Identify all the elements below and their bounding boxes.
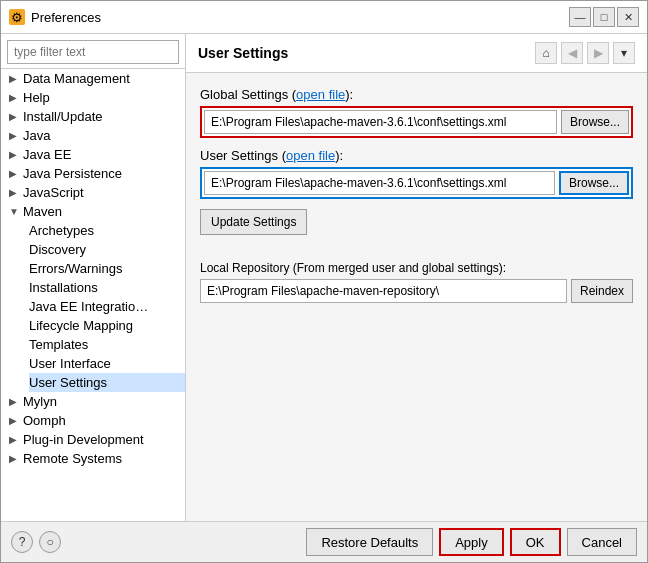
sidebar-item-plug-in-development[interactable]: ▶ Plug-in Development [1, 430, 185, 449]
user-settings-label-text: User Settings ( [200, 148, 286, 163]
update-settings-wrap: Update Settings [200, 209, 633, 235]
sidebar-item-label: Maven [23, 204, 181, 219]
sidebar-item-label: Templates [29, 337, 88, 352]
preferences-dialog: ⚙ Preferences — □ ✕ ▶ Data Management [0, 0, 648, 563]
maximize-button[interactable]: □ [593, 7, 615, 27]
sidebar-item-label: Java EE [23, 147, 181, 162]
local-repo-path-input[interactable] [200, 279, 567, 303]
sidebar-item-label: Discovery [29, 242, 86, 257]
sidebar-item-java[interactable]: ▶ Java [1, 126, 185, 145]
sidebar-item-label: Java [23, 128, 181, 143]
global-settings-path-row: Browse... [200, 106, 633, 138]
sidebar-item-lifecycle-mapping[interactable]: Lifecycle Mapping [29, 316, 185, 335]
user-settings-browse-button[interactable]: Browse... [559, 171, 629, 195]
sidebar-item-user-interface[interactable]: User Interface [29, 354, 185, 373]
user-settings-label: User Settings (open file): [200, 148, 633, 163]
nav-forward-button[interactable]: ▶ [587, 42, 609, 64]
sidebar-item-java-ee-integration[interactable]: Java EE Integratio… [29, 297, 185, 316]
sidebar-item-java-ee[interactable]: ▶ Java EE [1, 145, 185, 164]
sidebar-item-label: User Settings [29, 375, 107, 390]
info-icon[interactable]: ○ [39, 531, 61, 553]
nav-back-button[interactable]: ◀ [561, 42, 583, 64]
sidebar-item-discovery[interactable]: Discovery [29, 240, 185, 259]
title-controls: — □ ✕ [569, 7, 639, 27]
sidebar-item-label: JavaScript [23, 185, 181, 200]
apply-button[interactable]: Apply [439, 528, 504, 556]
right-body: Global Settings (open file): Browse... U… [186, 73, 647, 521]
sidebar-item-label: Mylyn [23, 394, 181, 409]
global-settings-path-input[interactable] [204, 110, 557, 134]
global-settings-browse-button[interactable]: Browse... [561, 110, 629, 134]
local-repo-section: Local Repository (From merged user and g… [200, 261, 633, 303]
expand-icon: ▶ [9, 130, 23, 141]
local-repo-row: Reindex [200, 279, 633, 303]
close-button[interactable]: ✕ [617, 7, 639, 27]
bottom-left: ? ○ [11, 531, 61, 553]
sidebar-item-maven[interactable]: ▼ Maven [1, 202, 185, 221]
user-settings-section: User Settings (open file): Browse... [200, 148, 633, 199]
global-settings-label-end: ): [345, 87, 353, 102]
sidebar-item-label: Oomph [23, 413, 181, 428]
title-bar-left: ⚙ Preferences [9, 9, 101, 25]
nav-home-button[interactable]: ⌂ [535, 42, 557, 64]
local-repo-label: Local Repository (From merged user and g… [200, 261, 633, 275]
sidebar-item-label: Help [23, 90, 181, 105]
sidebar-item-templates[interactable]: Templates [29, 335, 185, 354]
sidebar-item-label: Plug-in Development [23, 432, 181, 447]
title-bar: ⚙ Preferences — □ ✕ [1, 1, 647, 34]
sidebar-item-label: Java EE Integratio… [29, 299, 148, 314]
user-settings-path-input[interactable] [204, 171, 555, 195]
maven-children: Archetypes Discovery Errors/Warnings Ins… [1, 221, 185, 392]
cancel-button[interactable]: Cancel [567, 528, 637, 556]
nav-dropdown-button[interactable]: ▾ [613, 42, 635, 64]
expand-icon: ▶ [9, 149, 23, 160]
sidebar-item-java-persistence[interactable]: ▶ Java Persistence [1, 164, 185, 183]
sidebar-item-install-update[interactable]: ▶ Install/Update [1, 107, 185, 126]
sidebar-item-javascript[interactable]: ▶ JavaScript [1, 183, 185, 202]
filter-input[interactable] [7, 40, 179, 64]
right-header: User Settings ⌂ ◀ ▶ ▾ [186, 34, 647, 73]
global-settings-label: Global Settings (open file): [200, 87, 633, 102]
expand-icon: ▶ [9, 415, 23, 426]
user-settings-path-row: Browse... [200, 167, 633, 199]
sidebar-item-help[interactable]: ▶ Help [1, 88, 185, 107]
update-settings-button[interactable]: Update Settings [200, 209, 307, 235]
sidebar-item-errors-warnings[interactable]: Errors/Warnings [29, 259, 185, 278]
sidebar-item-data-management[interactable]: ▶ Data Management [1, 69, 185, 88]
section-gap [200, 245, 633, 251]
user-settings-label-end: ): [335, 148, 343, 163]
expand-icon: ▶ [9, 187, 23, 198]
user-settings-open-file-link[interactable]: open file [286, 148, 335, 163]
nav-buttons: ⌂ ◀ ▶ ▾ [535, 42, 635, 64]
preferences-icon: ⚙ [9, 9, 25, 25]
sidebar-item-remote-systems[interactable]: ▶ Remote Systems [1, 449, 185, 468]
sidebar-item-user-settings[interactable]: User Settings [29, 373, 185, 392]
tree-scroll-wrap: ▶ Data Management ▶ Help ▶ Install/Updat… [1, 69, 185, 521]
main-content: ▶ Data Management ▶ Help ▶ Install/Updat… [1, 34, 647, 521]
ok-button[interactable]: OK [510, 528, 561, 556]
sidebar-item-archetypes[interactable]: Archetypes [29, 221, 185, 240]
minimize-button[interactable]: — [569, 7, 591, 27]
sidebar-item-label: Install/Update [23, 109, 181, 124]
sidebar-item-label: Archetypes [29, 223, 94, 238]
sidebar-item-label: Remote Systems [23, 451, 181, 466]
restore-defaults-button[interactable]: Restore Defaults [306, 528, 433, 556]
expand-icon: ▼ [9, 206, 23, 217]
sidebar-item-label: Data Management [23, 71, 181, 86]
expand-icon: ▶ [9, 453, 23, 464]
sidebar-item-label: User Interface [29, 356, 111, 371]
sidebar-item-label: Errors/Warnings [29, 261, 122, 276]
global-settings-section: Global Settings (open file): Browse... [200, 87, 633, 138]
sidebar-item-label: Installations [29, 280, 98, 295]
bottom-bar: ? ○ Restore Defaults Apply OK Cancel [1, 521, 647, 562]
reindex-button[interactable]: Reindex [571, 279, 633, 303]
filter-wrap [1, 34, 185, 69]
help-icon[interactable]: ? [11, 531, 33, 553]
sidebar-item-mylyn[interactable]: ▶ Mylyn [1, 392, 185, 411]
global-settings-open-file-link[interactable]: open file [296, 87, 345, 102]
expand-icon: ▶ [9, 111, 23, 122]
sidebar-item-installations[interactable]: Installations [29, 278, 185, 297]
expand-icon: ▶ [9, 168, 23, 179]
sidebar-item-oomph[interactable]: ▶ Oomph [1, 411, 185, 430]
expand-icon: ▶ [9, 434, 23, 445]
